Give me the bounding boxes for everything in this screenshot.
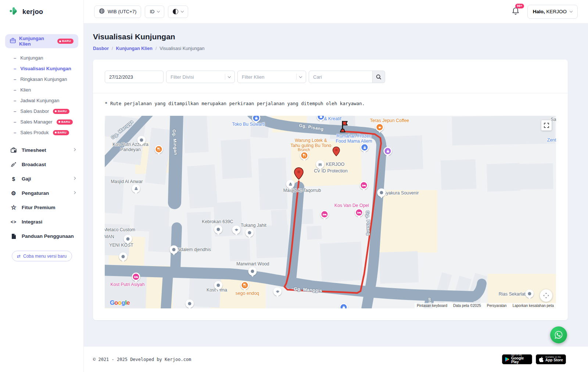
map-marker-bed[interactable] <box>132 273 140 281</box>
search-button[interactable] <box>373 71 385 83</box>
map-marker-cap[interactable] <box>232 226 241 234</box>
baru-badge: BARU <box>53 130 69 135</box>
chevron-right-icon <box>73 191 76 194</box>
sidebar-item-sales-dasbor[interactable]: –Sales DasborBARU <box>14 106 83 117</box>
map-marker-coffee[interactable] <box>376 123 384 132</box>
map-marker-bed[interactable] <box>355 208 363 217</box>
map-marker-bed[interactable] <box>320 210 329 219</box>
map-marker-food[interactable] <box>241 281 249 290</box>
filter-bar: Filter Divisi Filter Klien <box>93 60 568 93</box>
notification-count-badge: 99+ <box>515 4 524 9</box>
breadcrumb-dasbor[interactable]: Dasbor <box>93 46 109 51</box>
sidebar-item-klien[interactable]: –Klien <box>14 85 83 95</box>
sidebar-item-panduan-penggunaan[interactable]: Panduan Penggunaan <box>0 229 83 243</box>
sidebar-item-ringkasan-kunjungan[interactable]: –Ringkasan Kunjungan <box>14 74 83 85</box>
user-menu-button[interactable]: Halo, KERJOO <box>527 5 578 19</box>
sidebar-item-visualisasi-kunjungan[interactable]: –Visualisasi Kunjungan <box>14 63 83 74</box>
date-input[interactable] <box>105 71 164 83</box>
chevron-right-icon <box>73 148 76 151</box>
search-input[interactable] <box>309 71 373 83</box>
map-marker-poi[interactable] <box>214 281 223 290</box>
map-marker-poi[interactable] <box>214 225 223 234</box>
broadcast-icon <box>10 161 17 168</box>
whatsapp-button[interactable] <box>550 326 567 343</box>
map-marker-poi[interactable] <box>377 189 386 197</box>
language-select[interactable]: ID <box>145 6 164 18</box>
search-icon <box>376 74 381 80</box>
map-marker-shop[interactable] <box>252 116 261 122</box>
sidebar-item-fitur-premium[interactable]: ☆ Fitur Premium <box>0 200 83 215</box>
division-filter-select[interactable]: Filter Divisi <box>166 71 235 83</box>
brand-logo[interactable]: kerjoo <box>0 0 83 24</box>
star-icon: ☆ <box>10 204 17 211</box>
sidebar: kerjoo Kunjungan Klien BARU –Kunjungan –… <box>0 0 84 372</box>
map-marker-mosque[interactable] <box>286 180 295 189</box>
map-marker-mosque[interactable] <box>132 185 140 193</box>
timezone-button[interactable]: WIB (UTC+7) <box>94 6 141 18</box>
map-marker-food[interactable] <box>300 151 309 160</box>
map-marker-bed[interactable] <box>360 181 368 190</box>
map-marker-building[interactable] <box>316 160 325 169</box>
map-marker-food[interactable] <box>155 145 163 154</box>
theme-toggle[interactable] <box>168 6 188 18</box>
map-marker-poi[interactable] <box>186 300 194 308</box>
baru-badge: BARU <box>57 39 74 44</box>
timesheet-icon <box>10 147 17 154</box>
app-store-badge[interactable]: Available on theApp Store <box>536 354 566 364</box>
map-marker-poi[interactable] <box>137 136 146 144</box>
swap-icon: ⇄ <box>17 254 21 259</box>
google-logo[interactable]: Google <box>110 299 130 306</box>
map-marker-pin-start[interactable] <box>294 167 304 181</box>
map-marker-lock[interactable] <box>361 143 369 152</box>
sidebar-sub-list: –Kunjungan –Visualisasi Kunjungan –Ringk… <box>14 53 83 138</box>
sidebar-item-sales-manager[interactable]: –Sales ManagerBARU <box>14 117 83 127</box>
route-disclaimer-note: * Rute perjalanan yang ditampilkan merup… <box>93 93 568 116</box>
fullscreen-icon <box>544 123 549 128</box>
try-new-menu-button[interactable]: ⇄ Coba menu versi baru <box>12 251 72 261</box>
map-marker-poi[interactable] <box>124 235 132 243</box>
visit-route-map[interactable]: Toko Bu Suwarti& KreatifTeras Jepun Coff… <box>105 116 556 308</box>
chevron-right-icon <box>73 177 76 180</box>
chevron-down-icon <box>570 10 573 12</box>
map-marker-poi[interactable] <box>248 267 257 276</box>
fullscreen-control[interactable] <box>541 120 552 130</box>
sidebar-item-kunjungan[interactable]: –Kunjungan <box>14 53 83 63</box>
map-marker-bag[interactable] <box>384 147 392 155</box>
map-marker-poi[interactable] <box>170 246 178 254</box>
breadcrumb: Dasbor / Kunjungan Klien / Visualisasi K… <box>93 46 568 51</box>
main-area: WIB (UTC+7) ID 99+ Halo, KERJOO Visualis… <box>84 0 588 372</box>
map-marker-poi[interactable] <box>245 229 254 237</box>
sidebar-item-integrasi[interactable]: <> Integrasi <box>0 215 83 229</box>
page-content: Visualisasi Kunjungan Dasbor / Kunjungan… <box>84 24 588 320</box>
map-attribution-item[interactable]: Laporkan kesalahan peta <box>513 304 554 308</box>
sidebar-item-jadwal-kunjungan[interactable]: –Jadwal Kunjungan <box>14 95 83 106</box>
visualization-card: Filter Divisi Filter Klien * Rute perjal… <box>93 60 568 320</box>
map-marker-poi[interactable] <box>119 253 128 261</box>
client-filter-select[interactable]: Filter Klien <box>237 71 306 83</box>
pan-control[interactable] <box>540 289 552 302</box>
map-marker-pin-mid[interactable] <box>333 146 340 158</box>
map-marker-flag[interactable] <box>337 120 350 135</box>
google-play-badge[interactable]: GET IT ONGoogle Play <box>502 354 532 364</box>
sidebar-item-timesheet[interactable]: Timesheet <box>0 143 83 157</box>
map-attribution-item[interactable]: Pintasan keyboard <box>417 304 447 308</box>
google-play-icon <box>505 357 509 362</box>
sidebar-item-kunjungan-klien[interactable]: Kunjungan Klien BARU <box>5 34 78 48</box>
sidebar-item-broadcast[interactable]: Broadcast <box>0 157 83 172</box>
copyright-text: © 2021 - 2025 Developed by Kerjoo.com <box>93 357 191 362</box>
notifications-button[interactable]: 99+ <box>512 7 519 17</box>
sidebar-item-gaji[interactable]: $ Gaji <box>0 172 83 186</box>
half-moon-icon <box>173 9 178 14</box>
dollar-icon: $ <box>10 176 17 182</box>
sidebar-item-sales-produk[interactable]: –Sales ProdukBARU <box>14 127 83 138</box>
code-icon: <> <box>10 219 17 225</box>
map-marker-shop[interactable] <box>340 303 348 309</box>
baru-badge: BARU <box>57 119 73 125</box>
map-marker-cap[interactable] <box>273 287 282 296</box>
map-marker-shop[interactable] <box>317 116 325 121</box>
breadcrumb-kunjungan-klien[interactable]: Kunjungan Klien <box>116 46 153 51</box>
sidebar-item-pengaturan[interactable]: ⚙ Pengaturan <box>0 186 83 200</box>
map-attribution-item[interactable]: Persyaratan <box>487 304 507 308</box>
map-marker-poi[interactable] <box>526 290 534 298</box>
chevron-down-icon <box>157 10 160 12</box>
